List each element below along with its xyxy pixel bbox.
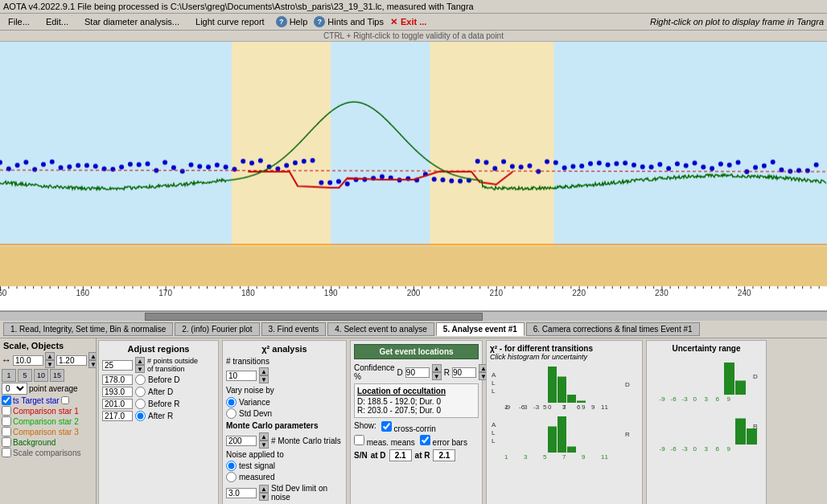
scale-objects-label: Scale, Objects	[2, 340, 94, 351]
adjust-panel: Adjust regions ▲ ▼ # points outsideof tr…	[98, 340, 219, 504]
uncertainty-d-chart[interactable]	[650, 354, 763, 403]
r-conf-input[interactable]	[452, 367, 476, 378]
error-bars-checkbox[interactable]	[420, 435, 430, 445]
scale1-up-btn[interactable]: ▲	[45, 352, 55, 360]
star-background-label: Background	[13, 438, 56, 447]
points-down-btn[interactable]: ▼	[135, 365, 145, 373]
star-comp3-checkbox[interactable]	[2, 427, 11, 436]
measured-radio[interactable]	[226, 472, 237, 482]
nav-buttons-row: 1 5 10 15	[2, 369, 94, 382]
val2-input[interactable]	[102, 387, 133, 397]
tab-3[interactable]: 3. Find events	[261, 322, 327, 336]
mc-down-btn[interactable]: ▼	[259, 440, 269, 449]
transitions-label: # transitions	[226, 357, 269, 366]
d-conf-up[interactable]: ▲	[432, 364, 442, 372]
scale1-down-btn[interactable]: ▼	[45, 360, 55, 368]
chi2-r-chart[interactable]	[490, 412, 635, 461]
points-outside-row: ▲ ▼ # points outsideof transition	[102, 357, 215, 373]
at-d-label: at D	[371, 451, 386, 460]
test-signal-radio[interactable]	[226, 461, 237, 471]
tab-1[interactable]: 1. Read, Integrity, Set time, Bin & norm…	[3, 322, 173, 336]
scale-input-1[interactable]	[13, 355, 43, 366]
trans-down-btn[interactable]: ▼	[259, 375, 269, 383]
cross-corrin-checkbox[interactable]	[381, 421, 392, 432]
tab-4[interactable]: 4. Select event to analyse	[327, 322, 434, 336]
tab-6[interactable]: 6. Camera corrections & final times Even…	[526, 322, 700, 336]
edit-menu[interactable]: Edit...	[41, 15, 73, 28]
transitions-val-row: ▲ ▼	[226, 367, 343, 383]
noise-applied-label: Noise applied to	[226, 450, 343, 459]
star-comp1-label: Comparison star 1	[13, 407, 79, 416]
horizontal-scrollbar[interactable]	[0, 311, 827, 321]
at-r-val: 2.1	[433, 449, 455, 461]
main-chart-canvas[interactable]	[0, 42, 827, 310]
tab-5[interactable]: 5. Analyse event #1	[436, 322, 525, 336]
tab-2[interactable]: 2. (info) Fourier plot	[175, 322, 259, 336]
star-scale-checkbox[interactable]	[2, 448, 11, 457]
after-r-radio[interactable]	[135, 411, 146, 421]
bottom-panel: Scale, Objects ↔ ▲ ▼ ▲ ▼ 1 5 10 15 0123 …	[0, 338, 827, 504]
hints-menu[interactable]: ? Hints and Tips	[314, 16, 384, 27]
scale2-up-btn[interactable]: ▲	[88, 352, 97, 360]
star-background-checkbox[interactable]	[2, 437, 11, 447]
sn-label: S/N	[354, 451, 368, 460]
d-conf-down[interactable]: ▼	[432, 372, 442, 380]
arrow-left-icon[interactable]: ↔	[2, 354, 11, 366]
mc-trials-input[interactable]	[226, 436, 257, 446]
sn-row: S/N at D 2.1 at R 2.1	[354, 449, 479, 461]
mc-up-btn[interactable]: ▲	[259, 432, 269, 440]
std-dev-input[interactable]	[226, 488, 257, 498]
point-avg-select[interactable]: 0123	[2, 383, 27, 395]
nav-btn-5[interactable]: 5	[18, 369, 32, 382]
scale-input-2[interactable]	[56, 355, 87, 366]
val4-input[interactable]	[102, 411, 133, 421]
nav-btn-15[interactable]: 15	[50, 369, 64, 382]
meas-means-checkbox[interactable]	[354, 435, 364, 445]
title-bar: AOTA v4.2022.9.1 File being processed is…	[0, 0, 827, 14]
star-comp2-checkbox[interactable]	[2, 416, 11, 426]
val3-input[interactable]	[102, 399, 133, 409]
trans-up-btn[interactable]: ▲	[259, 367, 269, 375]
location-title: Location of occultation	[357, 387, 475, 395]
exit-button[interactable]: ✕ Exit ...	[390, 17, 426, 27]
show-row: Show: cross-corrin	[354, 421, 479, 433]
after-d-radio[interactable]	[135, 387, 146, 397]
before-d-group: Before D After D Before R After R	[102, 375, 215, 421]
stddev-up-btn[interactable]: ▲	[259, 485, 269, 493]
help-menu[interactable]: ? Help	[276, 16, 308, 27]
uncertainty-r-chart[interactable]	[650, 404, 763, 453]
exit-x-icon: ✕	[390, 17, 397, 27]
mc-label: Monte Carlo parameters	[226, 421, 343, 430]
transitions-input[interactable]	[226, 371, 257, 381]
star-comp1-checkbox[interactable]	[2, 406, 11, 416]
variance-radio[interactable]	[226, 397, 237, 408]
star-comp2-label: Comparison star 2	[13, 417, 79, 426]
points-outside-input[interactable]	[102, 360, 133, 371]
d-conf-input[interactable]	[405, 367, 430, 378]
exit-label: Exit ...	[401, 17, 426, 27]
star-comp3: Comparison star 3	[2, 427, 94, 436]
val1-input[interactable]	[102, 375, 133, 385]
points-up-btn[interactable]: ▲	[135, 357, 145, 365]
star-target-checkbox[interactable]	[2, 395, 11, 405]
at-d-val: 2.1	[389, 449, 412, 461]
star-comp2: Comparison star 2	[2, 416, 94, 426]
star-diameter-menu[interactable]: Star diameter analysis...	[80, 15, 184, 28]
file-menu[interactable]: File...	[3, 15, 35, 28]
stddevn-radio[interactable]	[226, 408, 237, 419]
before-d-radio[interactable]	[135, 375, 146, 385]
std-dev-label: Std Dev limit on noise	[271, 484, 343, 502]
scale2-down-btn[interactable]: ▼	[88, 360, 97, 368]
val2-row: After D	[102, 387, 215, 397]
nav-btn-10[interactable]: 10	[34, 369, 48, 382]
star-target-toggle[interactable]	[61, 396, 69, 404]
help-icon: ?	[276, 16, 287, 27]
nav-btn-1[interactable]: 1	[2, 369, 16, 382]
chi2-d-chart[interactable]	[490, 363, 635, 411]
scrollbar-thumb[interactable]	[145, 313, 483, 321]
chi2-trans-panel: χ² - for different transitions Click his…	[486, 340, 643, 504]
light-curve-menu[interactable]: Light curve report	[191, 15, 269, 28]
before-r-radio[interactable]	[135, 399, 146, 409]
stddev-down-btn[interactable]: ▼	[259, 493, 269, 501]
get-event-button[interactable]: Get event locations	[354, 344, 479, 359]
